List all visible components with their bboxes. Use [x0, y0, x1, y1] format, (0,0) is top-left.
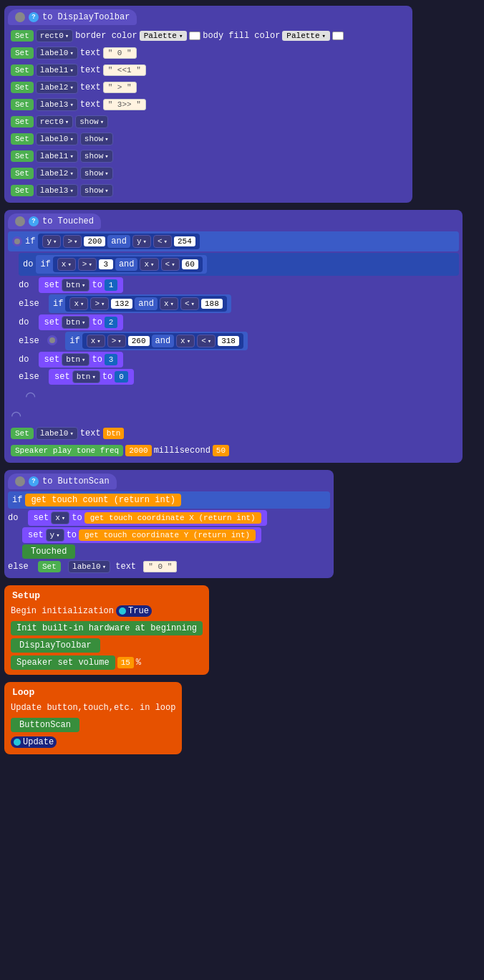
- label3-dropdown[interactable]: label3: [36, 98, 78, 111]
- btn-val-2[interactable]: 2: [105, 317, 118, 328]
- touched-gear-icon[interactable]: [15, 216, 25, 226]
- bs-set-kw-else: Set: [38, 561, 61, 572]
- color-swatch2[interactable]: [332, 32, 344, 40]
- help-icon[interactable]: ?: [29, 12, 39, 22]
- show-label1-dropdown2[interactable]: label1: [36, 150, 78, 163]
- setup-display-toolbar[interactable]: DisplayToolbar: [11, 638, 100, 653]
- set-kw-b1: set: [44, 280, 60, 290]
- set-kw2: Set: [11, 82, 34, 93]
- touched-call-block[interactable]: Touched: [22, 544, 75, 559]
- label2-dropdown[interactable]: label2: [36, 81, 78, 94]
- label2-val[interactable]: " > ": [103, 82, 137, 93]
- show-label3-dropdown2[interactable]: label3: [36, 184, 78, 197]
- update-toggle[interactable]: Update: [11, 736, 57, 748]
- btn-dropdown-0[interactable]: btn: [72, 370, 100, 383]
- to-kw-3: to: [92, 355, 102, 365]
- label0-val[interactable]: " 0 ": [103, 47, 137, 59]
- bs-do-kw: do: [8, 513, 18, 523]
- show-dropdown2[interactable]: show: [80, 150, 113, 163]
- update-label: Update: [23, 737, 54, 747]
- cond1-val2[interactable]: 254: [174, 236, 195, 246]
- show-label1-row: Set label1 show: [8, 148, 409, 165]
- inner-cond3-op1[interactable]: >: [107, 335, 126, 347]
- x-dropdown[interactable]: x: [51, 511, 69, 524]
- color-swatch1[interactable]: [189, 32, 200, 40]
- btn-dropdown-3[interactable]: btn: [62, 353, 89, 366]
- inner-if-label-3: if: [69, 336, 79, 346]
- set-kw-show3: Set: [11, 168, 34, 179]
- inner-cond1-val1[interactable]: 3: [99, 259, 113, 269]
- inner-cond1-x2[interactable]: x: [140, 258, 158, 271]
- bs-label0-val[interactable]: " 0 ": [143, 561, 177, 572]
- cond1-op1[interactable]: >: [63, 235, 82, 248]
- cond1-y1[interactable]: y: [42, 235, 61, 248]
- btn-dropdown-2[interactable]: btn: [62, 316, 89, 329]
- touched-help-icon[interactable]: ?: [29, 216, 39, 226]
- rect0-dropdown[interactable]: rect0: [36, 29, 73, 42]
- palette2-dropdown[interactable]: Palette: [282, 31, 330, 41]
- bs-label0-dropdown[interactable]: label0: [68, 560, 110, 573]
- inner-cond3-op2[interactable]: <: [197, 335, 216, 347]
- cond1-val1[interactable]: 200: [84, 236, 105, 246]
- inner-cond1: x > 3 and x < 60: [53, 256, 203, 272]
- inner-cond2-op1[interactable]: >: [90, 297, 109, 310]
- inner-cond2-val1[interactable]: 132: [111, 299, 132, 309]
- freq-oval: 2000: [125, 445, 151, 456]
- show-rect0-dropdown[interactable]: rect0: [36, 115, 73, 128]
- palette1-dropdown[interactable]: Palette: [140, 31, 188, 41]
- begin-label: Begin initialization: [11, 606, 114, 616]
- set-label1-text-row: Set label1 text " <<1 ": [8, 62, 409, 79]
- inner-cond3-x1[interactable]: x: [87, 335, 105, 347]
- cond1-op2[interactable]: <: [153, 235, 172, 248]
- set-kw3: Set: [11, 99, 34, 110]
- true-toggle[interactable]: True: [116, 605, 152, 617]
- init-hardware-row: Init built-in hardware at beginning: [8, 620, 205, 637]
- else-set-btn-0: else set btn to 0: [19, 369, 459, 385]
- inner-cond2-x2[interactable]: x: [160, 297, 178, 310]
- btn-val-1[interactable]: 1: [105, 279, 118, 291]
- y-dropdown[interactable]: y: [46, 529, 64, 542]
- label0-dropdown-2[interactable]: label0: [36, 427, 78, 440]
- inner-cond3-x2[interactable]: x: [176, 335, 195, 347]
- bs-gear-icon[interactable]: [15, 476, 25, 486]
- to-kw-2: to: [92, 317, 102, 327]
- show-dropdown4[interactable]: show: [80, 184, 113, 197]
- bs-set-kw-x: set: [34, 513, 49, 523]
- inner-cond2-op2[interactable]: <: [180, 297, 199, 310]
- bs-help-icon[interactable]: ?: [29, 476, 39, 486]
- inner-cond2-val2[interactable]: 188: [201, 299, 223, 309]
- bs-touched-call: Touched: [8, 544, 330, 559]
- inner-cond2-x1[interactable]: x: [69, 297, 88, 310]
- show-label2-dropdown2[interactable]: label2: [36, 167, 78, 180]
- show-dropdown3[interactable]: show: [80, 167, 113, 180]
- else-if-row-2: else if x > 260 and x < 318: [19, 332, 459, 350]
- loop-button-scan[interactable]: ButtonScan: [11, 718, 79, 732]
- label1-dropdown[interactable]: label1: [36, 64, 78, 77]
- get-touch-y: get touch coordinate Y (return int): [79, 529, 256, 541]
- set-kw-show2: Set: [11, 150, 34, 162]
- cond1-y2[interactable]: y: [132, 235, 151, 248]
- inner-cond1-val2[interactable]: 60: [182, 259, 198, 269]
- btn-dropdown-1[interactable]: btn: [62, 279, 89, 292]
- inner-cond3-val2[interactable]: 318: [218, 336, 239, 346]
- show-label0-dropdown[interactable]: label0: [36, 133, 78, 145]
- inner-cond1-op2[interactable]: <: [161, 258, 180, 271]
- text-kw0: text: [80, 48, 101, 58]
- gear-icon[interactable]: [15, 12, 25, 22]
- toggle-dot: [119, 607, 126, 615]
- show-label3-row: Set label3 show: [8, 182, 409, 199]
- inner-cond3: x > 260 and x < 318: [82, 333, 243, 349]
- vol-val[interactable]: 15: [117, 657, 134, 668]
- btn-val-3[interactable]: 3: [105, 354, 118, 365]
- show-dropdown1[interactable]: show: [80, 133, 113, 145]
- inner-cond1-x1[interactable]: x: [57, 258, 76, 271]
- inner-cond1-op1[interactable]: >: [78, 258, 97, 271]
- show-dropdown0[interactable]: show: [75, 115, 108, 128]
- btn-val-0[interactable]: 0: [115, 371, 128, 383]
- set-label0-text-row: Set label0 text " 0 ": [8, 44, 409, 62]
- label3-val[interactable]: " 3>> ": [103, 99, 146, 110]
- inner-cond3-val1[interactable]: 260: [128, 336, 150, 346]
- bs-do-x: do set x to get touch coordinate X (retu…: [8, 510, 330, 526]
- label1-val[interactable]: " <<1 ": [103, 64, 146, 76]
- label0-dropdown[interactable]: label0: [36, 47, 78, 59]
